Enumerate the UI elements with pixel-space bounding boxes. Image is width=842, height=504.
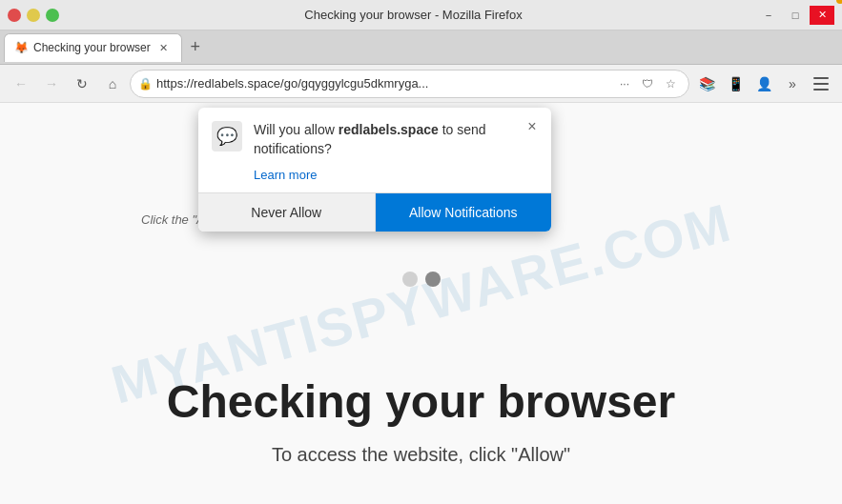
- popup-header: 💬 Will you allow redlabels.space to send…: [198, 108, 551, 166]
- forward-button[interactable]: →: [38, 71, 65, 97]
- popup-learn-more: Learn more: [198, 166, 551, 192]
- svg-rect-0: [813, 77, 829, 79]
- main-heading: Checking your browser: [167, 375, 675, 428]
- tab-bar: 🦊 Checking your browser ✕ +: [0, 30, 842, 65]
- shield-button[interactable]: 🛡: [637, 73, 658, 94]
- firefox-account-button[interactable]: 👤: [750, 71, 777, 97]
- refresh-button[interactable]: ↻: [69, 71, 95, 97]
- library-button[interactable]: 📚: [693, 71, 720, 97]
- window-title: Checking your browser - Mozilla Firefox: [71, 8, 756, 22]
- window-close-traffic[interactable]: [8, 9, 21, 22]
- popup-buttons: Never Allow Allow Notifications: [198, 192, 551, 232]
- window-controls: − □ ✕: [756, 6, 834, 25]
- svg-rect-2: [813, 89, 829, 91]
- window-minimize-traffic[interactable]: [27, 9, 40, 22]
- tab-favicon: 🦊: [14, 41, 28, 54]
- maximize-button[interactable]: □: [783, 6, 808, 25]
- dot-1: [402, 272, 418, 287]
- tab-label: Checking your browser: [33, 41, 151, 54]
- address-input[interactable]: [156, 76, 610, 91]
- learn-more-link[interactable]: Learn more: [254, 168, 317, 182]
- navigation-bar: ← → ↻ ⌂ 🔒 ··· 🛡 ☆ 📚 📱 👤 »: [0, 65, 842, 103]
- window-maximize-traffic[interactable]: [46, 9, 59, 22]
- svg-rect-1: [813, 83, 829, 85]
- address-actions: ··· 🛡 ☆: [614, 73, 681, 94]
- dot-2: [425, 272, 441, 287]
- tab-close-button[interactable]: ✕: [156, 40, 172, 55]
- page-content: MYANTISPYWARE.COM Click the "Allow" butt…: [0, 103, 842, 504]
- active-tab[interactable]: 🦊 Checking your browser ✕: [4, 33, 182, 62]
- minimize-button[interactable]: −: [756, 6, 781, 25]
- title-bar: Checking your browser - Mozilla Firefox …: [0, 0, 842, 30]
- never-allow-button[interactable]: Never Allow: [198, 193, 376, 232]
- address-bar-container: 🔒 ··· 🛡 ☆: [130, 70, 689, 98]
- notification-popup: 💬 Will you allow redlabels.space to send…: [198, 108, 551, 232]
- back-button[interactable]: ←: [8, 71, 34, 97]
- more-actions-button[interactable]: ···: [614, 73, 635, 94]
- toolbar-actions: 📚 📱 👤 »: [693, 71, 834, 97]
- menu-button[interactable]: [808, 71, 834, 97]
- popup-close-button[interactable]: ×: [521, 115, 544, 138]
- loading-dots: [402, 272, 441, 287]
- sub-text: To access the website, click "Allow": [272, 444, 570, 466]
- new-tab-button[interactable]: +: [182, 34, 209, 61]
- synced-tabs-button[interactable]: 📱: [722, 71, 749, 97]
- popup-message: Will you allow redlabels.space to send n…: [254, 121, 538, 158]
- popup-chat-icon: 💬: [212, 121, 242, 151]
- popup-domain: redlabels.space: [339, 122, 439, 137]
- close-button[interactable]: ✕: [810, 6, 834, 25]
- lock-icon: 🔒: [138, 77, 153, 91]
- home-button[interactable]: ⌂: [99, 71, 126, 97]
- popup-message-pre: Will you allow: [254, 122, 339, 137]
- window-traffic-lights: [8, 9, 59, 22]
- allow-notifications-button[interactable]: Allow Notifications: [376, 193, 552, 232]
- extensions-button[interactable]: »: [779, 71, 806, 97]
- bookmark-button[interactable]: ☆: [660, 73, 681, 94]
